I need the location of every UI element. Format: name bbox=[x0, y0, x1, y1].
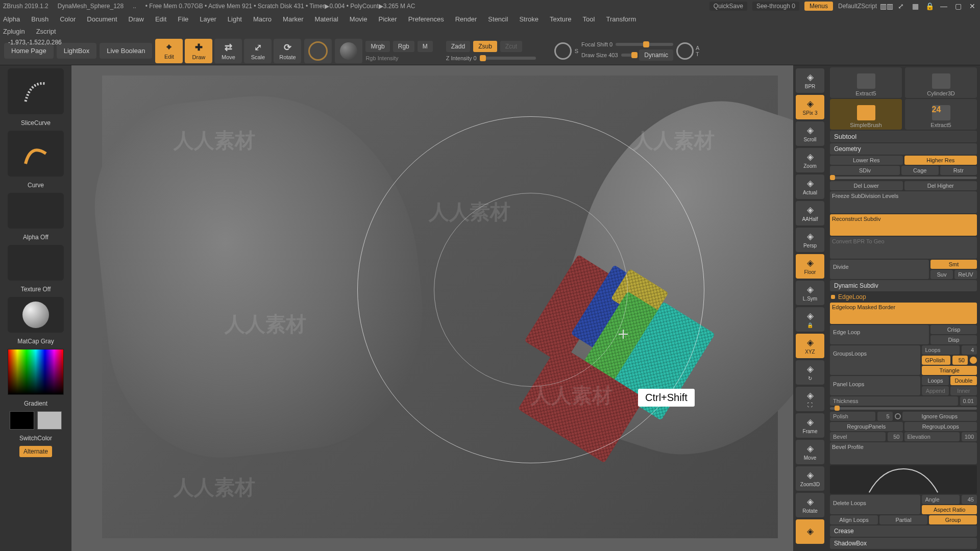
shadowbox-header[interactable]: ShadowBox bbox=[830, 538, 977, 549]
inner-button[interactable]: Inner bbox=[950, 386, 977, 395]
angle-label[interactable]: Angle bbox=[922, 495, 960, 504]
side-[interactable]: ◈⛶ bbox=[796, 387, 824, 411]
lock-icon[interactable]: 🔒 bbox=[925, 2, 934, 11]
append-button[interactable]: Append bbox=[922, 386, 948, 395]
loops-label[interactable]: Loops bbox=[922, 345, 960, 355]
bevel-label[interactable]: Bevel bbox=[830, 432, 886, 441]
menu-alpha[interactable]: Alpha bbox=[3, 15, 20, 23]
focal-shift-label[interactable]: Focal Shift 0 bbox=[581, 41, 612, 47]
suv-button[interactable]: Suv bbox=[930, 270, 953, 279]
dynamic-subdiv-header[interactable]: Dynamic Subdiv bbox=[830, 280, 977, 291]
side-actual[interactable]: ◈Actual bbox=[796, 174, 824, 199]
edgeloop-masked-button[interactable]: Edgeloop Masked Border bbox=[830, 303, 977, 324]
menus-button[interactable]: Menus bbox=[804, 2, 833, 11]
scale-mode-button[interactable]: ⤢Scale bbox=[244, 39, 272, 63]
side-bpr[interactable]: ◈BPR bbox=[796, 68, 824, 93]
triangle-button[interactable]: Triangle bbox=[922, 366, 977, 375]
side-scroll[interactable]: ◈Scroll bbox=[796, 121, 824, 146]
higher-res-button[interactable]: Higher Res bbox=[904, 156, 977, 165]
swatch-secondary[interactable] bbox=[37, 411, 62, 430]
double-button[interactable]: Double bbox=[950, 376, 977, 385]
draw-size-label[interactable]: Draw Size 403 bbox=[581, 52, 618, 58]
stroke-thumb[interactable] bbox=[8, 131, 64, 177]
rgb-button[interactable]: Rgb bbox=[393, 41, 414, 52]
zcut-button[interactable]: Zcut bbox=[500, 41, 522, 52]
reuv-button[interactable]: ReUV bbox=[954, 270, 977, 279]
brush-extract5[interactable]: 24Extract5 bbox=[905, 99, 977, 130]
side-[interactable]: ◈↻ bbox=[796, 360, 824, 385]
side-xyz[interactable]: ◈XYZ bbox=[796, 334, 824, 358]
move-mode-button[interactable]: ⇄Move bbox=[214, 39, 242, 63]
alternate-button[interactable]: Alternate bbox=[19, 446, 52, 457]
menu-zplugin[interactable]: Zplugin bbox=[3, 28, 25, 35]
gizmo-sphere[interactable] bbox=[335, 39, 362, 63]
panel-loops-button[interactable]: Panel Loops bbox=[830, 376, 920, 395]
side-spix3[interactable]: ◈SPix 3 bbox=[796, 95, 824, 119]
draw-mode-button[interactable]: ✚Draw bbox=[185, 39, 212, 63]
del-higher-button[interactable]: Del Higher bbox=[904, 181, 977, 190]
draw-size-slider[interactable] bbox=[621, 54, 636, 57]
mrgb-button[interactable]: Mrgb bbox=[365, 41, 389, 52]
side-floor[interactable]: ◈Floor bbox=[796, 254, 824, 279]
menu-stencil[interactable]: Stencil bbox=[488, 15, 508, 23]
menu-light[interactable]: Light bbox=[228, 15, 242, 23]
side-move[interactable]: ◈Move bbox=[796, 440, 824, 464]
menu-marker[interactable]: Marker bbox=[283, 15, 303, 23]
side-zoom3d[interactable]: ◈Zoom3D bbox=[796, 466, 824, 491]
aspect-ratio-button[interactable]: Aspect Ratio bbox=[922, 505, 977, 514]
grid-icon[interactable]: ▦ bbox=[911, 2, 920, 11]
side-zoom[interactable]: ◈Zoom bbox=[796, 148, 824, 172]
smt-button[interactable]: Smt bbox=[930, 260, 977, 269]
brush-thumb[interactable] bbox=[8, 68, 64, 114]
delete-loops-button[interactable]: Delete Loops bbox=[830, 495, 920, 514]
partial-button[interactable]: Partial bbox=[879, 515, 927, 524]
side-tool[interactable]: ◈ bbox=[796, 519, 824, 544]
focal-shift-slider[interactable] bbox=[616, 43, 673, 46]
gizmo-circle[interactable] bbox=[304, 39, 332, 63]
live-boolean-button[interactable]: Live Boolean bbox=[100, 43, 152, 59]
gpolish-label[interactable]: GPolish bbox=[922, 356, 950, 365]
switch-color[interactable]: SwitchColor bbox=[19, 435, 52, 442]
groupsloops-button[interactable]: GroupsLoops bbox=[830, 345, 920, 375]
m-button[interactable]: M bbox=[418, 41, 433, 52]
z-intensity-slider[interactable] bbox=[480, 57, 536, 60]
regroup-loops-button[interactable]: RegroupLoops bbox=[904, 422, 977, 431]
menu-stroke[interactable]: Stroke bbox=[519, 15, 538, 23]
default-zscript[interactable]: DefaultZScript bbox=[838, 3, 877, 10]
align-loops-button[interactable]: Align Loops bbox=[830, 515, 878, 524]
brush-extract5[interactable]: Extract5 bbox=[830, 67, 902, 98]
maximize-icon[interactable]: ▢ bbox=[953, 2, 963, 11]
expand-icon[interactable]: ⤢ bbox=[896, 2, 905, 11]
brush-cylinder3d[interactable]: Cylinder3D bbox=[905, 67, 977, 98]
menu-layer[interactable]: Layer bbox=[200, 15, 216, 23]
sdiv-bar[interactable] bbox=[830, 177, 977, 179]
menu-movie[interactable]: Movie bbox=[350, 15, 368, 23]
side-persp[interactable]: ◈Persp bbox=[796, 228, 824, 252]
zsub-button[interactable]: Zsub bbox=[473, 41, 497, 52]
side-frame[interactable]: ◈Frame bbox=[796, 413, 824, 438]
sdiv-slider[interactable]: SDiv bbox=[830, 166, 900, 175]
menu-color[interactable]: Color bbox=[60, 15, 76, 23]
thickness-label[interactable]: Thickness bbox=[830, 396, 958, 406]
swatch-main[interactable] bbox=[10, 411, 34, 430]
dynamic-button[interactable]: Dynamic bbox=[639, 49, 673, 61]
disp-slider[interactable]: Disp bbox=[930, 335, 977, 344]
menu-tool[interactable]: Tool bbox=[583, 15, 595, 23]
bevel-profile-graph[interactable] bbox=[830, 465, 977, 494]
geometry-header[interactable]: Geometry bbox=[830, 143, 977, 155]
texture-thumb[interactable] bbox=[8, 245, 64, 281]
menu-document[interactable]: Document bbox=[87, 15, 117, 23]
menu-draw[interactable]: Draw bbox=[129, 15, 144, 23]
menu-preferences[interactable]: Preferences bbox=[408, 15, 444, 23]
viewport[interactable]: Ctrl+Shift 人人素材 人人素材 人人素材 人人素材 人人素材 人人素材 bbox=[71, 65, 793, 551]
rstr-button[interactable]: Rstr bbox=[940, 166, 977, 175]
gradient-label[interactable]: Gradient bbox=[24, 400, 47, 407]
brush-simplebrush[interactable]: SSimpleBrush bbox=[830, 99, 902, 130]
z-intensity-label[interactable]: Z Intensity 0 bbox=[446, 55, 477, 61]
menu-edit[interactable]: Edit bbox=[155, 15, 166, 23]
menu-macro[interactable]: Macro bbox=[253, 15, 272, 23]
reconstruct-subdiv-button[interactable]: Reconstruct Subdiv bbox=[830, 214, 977, 236]
zadd-button[interactable]: Zadd bbox=[446, 41, 470, 52]
loops2-button[interactable]: Loops bbox=[922, 376, 948, 385]
regroup-panels-button[interactable]: RegroupPanels bbox=[830, 422, 903, 431]
